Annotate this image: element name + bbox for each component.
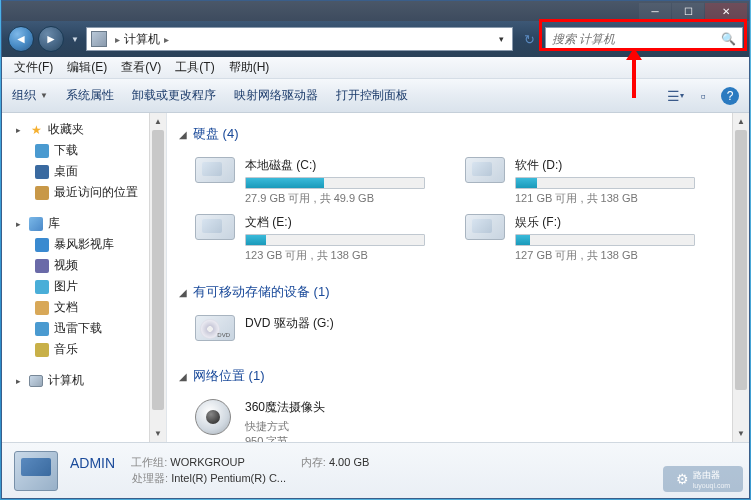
sidebar-item[interactable]: 最近访问的位置	[2, 182, 166, 203]
sidebar-group-label: 库	[48, 215, 60, 232]
scroll-down-icon[interactable]: ▼	[150, 425, 166, 442]
drive-name: 文档 (E:)	[245, 214, 453, 231]
sidebar-item[interactable]: 图片	[2, 276, 166, 297]
item-icon	[34, 164, 50, 180]
content-pane: ◢硬盘 (4)本地磁盘 (C:)27.9 GB 可用 , 共 49.9 GB软件…	[167, 113, 749, 442]
menu-help[interactable]: 帮助(H)	[223, 57, 276, 78]
maximize-button[interactable]: ☐	[672, 3, 704, 19]
sidebar-group-收藏夹[interactable]: ▸★收藏夹	[2, 119, 166, 140]
menu-bar: 文件(F) 编辑(E) 查看(V) 工具(T) 帮助(H)	[2, 57, 749, 79]
control-panel-button[interactable]: 打开控制面板	[336, 87, 408, 104]
sidebar-item-label: 桌面	[54, 163, 78, 180]
menu-edit[interactable]: 编辑(E)	[61, 57, 113, 78]
category-title: 网络位置 (1)	[193, 367, 265, 385]
category-header[interactable]: ◢网络位置 (1)	[179, 363, 737, 389]
sidebar-item[interactable]: 桌面	[2, 161, 166, 182]
forward-button[interactable]: ►	[38, 26, 64, 52]
command-bar: 组织▼ 系统属性 卸载或更改程序 映射网络驱动器 打开控制面板 ☰▾ ▫ ?	[2, 79, 749, 113]
drive-icon	[465, 157, 507, 189]
address-bar[interactable]: ▸ 计算机 ▸ ▾	[86, 27, 513, 51]
scroll-up-icon[interactable]: ▲	[733, 113, 749, 130]
drive-icon	[195, 214, 237, 246]
details-pane: ADMIN 工作组: WORKGROUP 内存: 4.00 GB 处理器: In…	[2, 442, 749, 498]
expand-icon: ▸	[16, 125, 26, 135]
capacity-bar	[515, 177, 695, 189]
sidebar-item[interactable]: 暴风影视库	[2, 234, 166, 255]
drive-stat: 121 GB 可用 , 共 138 GB	[515, 191, 723, 206]
map-drive-button[interactable]: 映射网络驱动器	[234, 87, 318, 104]
organize-button[interactable]: 组织▼	[12, 87, 48, 104]
item-icon	[34, 279, 50, 295]
drive-item[interactable]: 本地磁盘 (C:)27.9 GB 可用 , 共 49.9 GB	[189, 153, 459, 210]
sidebar-group-label: 收藏夹	[48, 121, 84, 138]
sidebar-item-label: 文档	[54, 299, 78, 316]
sidebar-item[interactable]: 音乐	[2, 339, 166, 360]
category-header[interactable]: ◢有可移动存储的设备 (1)	[179, 279, 737, 305]
drive-item[interactable]: 软件 (D:)121 GB 可用 , 共 138 GB	[459, 153, 729, 210]
view-options-button[interactable]: ☰▾	[665, 86, 685, 106]
scroll-up-icon[interactable]: ▲	[150, 113, 166, 130]
minimize-button[interactable]: ─	[639, 3, 671, 19]
search-icon[interactable]: 🔍	[721, 32, 736, 46]
sidebar-group-计算机[interactable]: ▸计算机	[2, 370, 166, 391]
capacity-bar	[245, 177, 425, 189]
content-scrollbar[interactable]: ▲ ▼	[732, 113, 749, 442]
help-button[interactable]: ?	[721, 87, 739, 105]
computer-icon	[91, 31, 107, 47]
breadcrumb-item[interactable]: 计算机	[124, 31, 160, 48]
system-properties-button[interactable]: 系统属性	[66, 87, 114, 104]
sidebar-item-label: 音乐	[54, 341, 78, 358]
details-workgroup-label: 工作组:	[131, 456, 167, 468]
sidebar-item-label: 最近访问的位置	[54, 184, 138, 201]
details-cpu-value: Intel(R) Pentium(R) C...	[171, 472, 286, 484]
refresh-button[interactable]: ↻	[517, 28, 541, 50]
drive-stat: 123 GB 可用 , 共 138 GB	[245, 248, 453, 263]
search-input[interactable]	[552, 32, 721, 46]
menu-tools[interactable]: 工具(T)	[169, 57, 220, 78]
drive-size: 950 字节	[245, 434, 453, 442]
details-cpu-label: 处理器:	[132, 472, 168, 484]
drive-icon	[195, 399, 237, 431]
drive-icon	[195, 157, 237, 189]
address-dropdown[interactable]: ▾	[495, 34, 508, 44]
item-icon	[34, 258, 50, 274]
preview-pane-button[interactable]: ▫	[693, 86, 713, 106]
drive-item[interactable]: 娱乐 (F:)127 GB 可用 , 共 138 GB	[459, 210, 729, 267]
sidebar-item[interactable]: 视频	[2, 255, 166, 276]
nav-history-dropdown[interactable]: ▼	[68, 29, 82, 49]
sidebar-item-label: 迅雷下载	[54, 320, 102, 337]
drive-item[interactable]: 360魔法摄像头快捷方式950 字节	[189, 395, 459, 442]
navigation-bar: ◄ ► ▼ ▸ 计算机 ▸ ▾ ↻ 🔍	[2, 21, 749, 57]
search-box[interactable]: 🔍	[545, 27, 743, 51]
navigation-pane: ▸★收藏夹下载桌面最近访问的位置▸库暴风影视库视频图片文档迅雷下载音乐▸计算机 …	[2, 113, 167, 442]
menu-view[interactable]: 查看(V)	[115, 57, 167, 78]
sidebar-scrollbar[interactable]: ▲ ▼	[149, 113, 166, 442]
back-button[interactable]: ◄	[8, 26, 34, 52]
scroll-down-icon[interactable]: ▼	[733, 425, 749, 442]
body: ▸★收藏夹下载桌面最近访问的位置▸库暴风影视库视频图片文档迅雷下载音乐▸计算机 …	[2, 113, 749, 442]
breadcrumb-sep: ▸	[164, 34, 169, 45]
sidebar-item-label: 暴风影视库	[54, 236, 114, 253]
collapse-icon: ◢	[179, 129, 189, 140]
sidebar-item[interactable]: 文档	[2, 297, 166, 318]
menu-file[interactable]: 文件(F)	[8, 57, 59, 78]
sidebar-item[interactable]: 下载	[2, 140, 166, 161]
drive-name: DVD 驱动器 (G:)	[245, 315, 453, 332]
scroll-thumb[interactable]	[735, 130, 747, 390]
item-icon	[34, 342, 50, 358]
sidebar-item-label: 视频	[54, 257, 78, 274]
breadcrumb-sep: ▸	[115, 34, 120, 45]
close-button[interactable]: ✕	[705, 3, 747, 19]
drive-item[interactable]: DVD 驱动器 (G:)	[189, 311, 459, 351]
sidebar-group-库[interactable]: ▸库	[2, 213, 166, 234]
drive-stat: 127 GB 可用 , 共 138 GB	[515, 248, 723, 263]
sidebar-item[interactable]: 迅雷下载	[2, 318, 166, 339]
category-header[interactable]: ◢硬盘 (4)	[179, 121, 737, 147]
details-memory-label: 内存:	[301, 456, 326, 468]
drive-item[interactable]: 文档 (E:)123 GB 可用 , 共 138 GB	[189, 210, 459, 267]
item-icon	[34, 321, 50, 337]
drive-stat: 27.9 GB 可用 , 共 49.9 GB	[245, 191, 453, 206]
scroll-thumb[interactable]	[152, 130, 164, 410]
uninstall-programs-button[interactable]: 卸载或更改程序	[132, 87, 216, 104]
pc-icon	[28, 373, 44, 389]
